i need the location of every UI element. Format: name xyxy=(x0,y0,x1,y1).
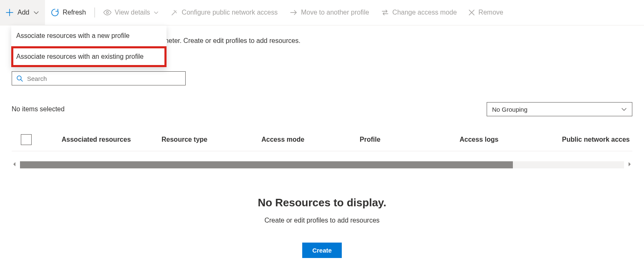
move-button[interactable]: Move to another profile xyxy=(283,0,375,25)
add-button[interactable]: Add xyxy=(0,0,45,25)
move-label: Move to another profile xyxy=(301,9,369,16)
plus-icon xyxy=(6,9,13,16)
scroll-right-arrow[interactable] xyxy=(627,161,632,168)
search-box[interactable] xyxy=(12,71,186,85)
dropdown-item-label: Associate resources with an existing pro… xyxy=(16,53,144,60)
toolbar: Add Refresh View details Configure publi… xyxy=(0,0,644,25)
refresh-label: Refresh xyxy=(62,9,86,16)
remove-button[interactable]: Remove xyxy=(462,0,509,25)
change-mode-label: Change access mode xyxy=(393,9,457,16)
column-public[interactable]: Public network acces xyxy=(562,136,632,143)
configure-label: Configure public network access xyxy=(182,9,278,16)
column-check xyxy=(12,134,62,145)
close-icon xyxy=(468,9,475,16)
swap-icon xyxy=(381,8,389,17)
arrow-right-icon xyxy=(289,8,298,17)
remove-label: Remove xyxy=(478,9,503,16)
selection-row: No items selected No Grouping xyxy=(12,102,632,116)
refresh-icon xyxy=(51,8,59,17)
column-profile[interactable]: Profile xyxy=(360,136,460,143)
view-details-label: View details xyxy=(115,9,150,16)
create-button[interactable]: Create xyxy=(302,243,342,258)
dropdown-item-new-profile[interactable]: Associate resources with a new profile xyxy=(11,25,167,46)
grouping-value: No Grouping xyxy=(492,106,527,113)
search-input[interactable] xyxy=(27,75,181,82)
select-all-checkbox[interactable] xyxy=(21,134,32,145)
empty-subtitle: Create or edit profiles to add resources xyxy=(12,217,632,224)
svg-point-1 xyxy=(17,76,21,80)
dropdown-item-existing-profile[interactable]: Associate resources with an existing pro… xyxy=(11,46,167,67)
create-button-label: Create xyxy=(312,247,332,254)
add-dropdown: Associate resources with a new profile A… xyxy=(11,25,167,67)
scroll-left-arrow[interactable] xyxy=(12,161,17,168)
toolbar-separator xyxy=(94,8,95,18)
column-logs[interactable]: Access logs xyxy=(460,136,562,143)
change-mode-button[interactable]: Change access mode xyxy=(375,0,463,25)
configure-button[interactable]: Configure public network access xyxy=(164,0,283,25)
column-associated[interactable]: Associated resources xyxy=(62,136,162,143)
add-label: Add xyxy=(17,9,29,16)
chevron-down-icon xyxy=(154,10,159,15)
search-icon xyxy=(16,75,23,82)
content: of profiles associated with this network… xyxy=(0,37,644,258)
chevron-down-icon xyxy=(33,10,39,15)
selection-status: No items selected xyxy=(12,105,65,113)
svg-point-0 xyxy=(106,12,108,14)
scroll-track[interactable] xyxy=(20,161,624,168)
empty-state: No Resources to display. Create or edit … xyxy=(12,196,632,258)
plug-icon xyxy=(170,8,179,17)
chevron-down-icon xyxy=(621,106,627,112)
grouping-dropdown[interactable]: No Grouping xyxy=(487,102,632,116)
view-details-button[interactable]: View details xyxy=(97,0,164,25)
empty-title: No Resources to display. xyxy=(12,196,632,209)
scroll-thumb[interactable] xyxy=(20,161,513,168)
column-mode[interactable]: Access mode xyxy=(261,136,360,143)
column-type[interactable]: Resource type xyxy=(162,136,261,143)
dropdown-item-label: Associate resources with a new profile xyxy=(16,32,129,39)
table-header: Associated resources Resource type Acces… xyxy=(12,128,632,151)
eye-icon xyxy=(103,8,112,17)
refresh-button[interactable]: Refresh xyxy=(45,0,92,25)
horizontal-scrollbar[interactable] xyxy=(12,159,632,170)
